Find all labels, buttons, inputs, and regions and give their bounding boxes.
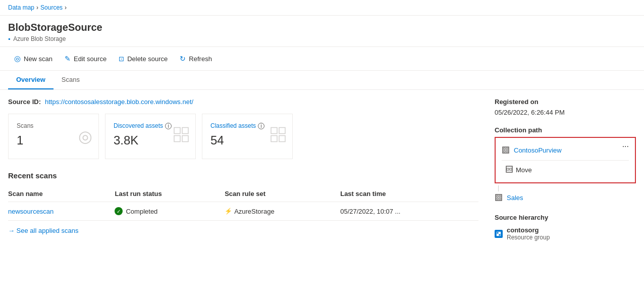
scan-name-link[interactable]: newsourcescan	[8, 208, 53, 215]
collection-item-2: Sales	[495, 191, 636, 204]
page-subtitle: ▪ Azure Blob Storage	[8, 35, 636, 42]
scan-time-cell: 05/27/2022, 10:07 ...	[340, 202, 478, 221]
info-icon-discovered: i	[165, 123, 172, 129]
source-hierarchy-section: Source hierarchy contosorg Resource grou…	[495, 214, 636, 243]
page-header: BlobStorageSource ▪ Azure Blob Storage	[0, 16, 644, 46]
stats-cards: Scans 1 ◎ Discovered assets i 3.8K	[8, 114, 478, 159]
source-id-label: Source ID:	[8, 98, 41, 106]
azure-blob-icon: ▪	[8, 35, 10, 42]
hierarchy-type: Resource group	[507, 234, 550, 241]
registered-title: Registered on	[495, 98, 636, 106]
breadcrumb-data-map[interactable]: Data map	[8, 4, 34, 11]
registered-section: Registered on 05/26/2022, 6:26:44 PM	[495, 98, 636, 116]
scan-name-cell: newsourcescan	[8, 202, 115, 221]
registered-value: 05/26/2022, 6:26:44 PM	[495, 109, 636, 116]
refresh-button[interactable]: ↻ Refresh	[174, 52, 218, 66]
collection-icon-2	[495, 193, 503, 202]
svg-rect-7	[279, 136, 285, 142]
svg-rect-19	[497, 198, 498, 200]
recent-scans-section: Recent scans Scan name Last run status S…	[8, 171, 478, 234]
source-id-row: Source ID: https://contososalesstorage.b…	[8, 98, 478, 106]
breadcrumb-sources[interactable]: Sources	[40, 4, 63, 11]
source-hierarchy-title: Source hierarchy	[495, 214, 636, 221]
edit-icon: ✎	[65, 55, 71, 63]
tabs-container: Overview Scans	[0, 71, 644, 90]
hierarchy-item: contosorg Resource group	[495, 224, 636, 243]
completed-icon: ✓	[115, 207, 123, 215]
scan-stat-icon: ◎	[78, 127, 92, 146]
svg-rect-6	[271, 136, 277, 142]
svg-rect-11	[504, 151, 505, 152]
svg-rect-18	[499, 195, 501, 197]
svg-rect-23	[499, 234, 501, 235]
svg-rect-4	[271, 128, 277, 134]
col-scan-rule: Scan rule set	[225, 186, 340, 202]
more-options-button[interactable]: ···	[619, 141, 632, 152]
stat-card-scans: Scans 1 ◎	[8, 114, 99, 159]
svg-rect-22	[497, 232, 499, 233]
move-button[interactable]: Move	[502, 164, 536, 176]
table-row: newsourcescan ✓ Completed ⚡ AzureStorag	[8, 202, 478, 221]
main-content: Source ID: https://contososalesstorage.b…	[0, 90, 644, 251]
scans-table: Scan name Last run status Scan rule set …	[8, 186, 478, 221]
svg-rect-17	[497, 195, 498, 197]
stat-card-classified: Classified assets i 54	[202, 114, 293, 159]
grid-icon-2	[270, 127, 286, 146]
stat-card-discovered: Discovered assets i 3.8K	[105, 114, 196, 159]
source-id-value[interactable]: https://contososalesstorage.blob.core.wi…	[45, 98, 193, 106]
recent-scans-title: Recent scans	[8, 171, 478, 180]
see-all-link[interactable]: → See all applied scans	[8, 227, 478, 234]
svg-rect-13	[506, 166, 512, 172]
content-left: Source ID: https://contososalesstorage.b…	[8, 98, 478, 243]
collection-item-1: ContosoPurview	[502, 144, 629, 156]
svg-rect-0	[174, 128, 180, 134]
svg-rect-2	[174, 136, 180, 142]
toolbar: ◎ New scan ✎ Edit source ⊡ Delete source…	[0, 46, 644, 71]
collection-box: ··· ContosoPurview	[495, 137, 636, 183]
new-scan-button[interactable]: ◎ New scan	[8, 51, 59, 66]
page-title: BlobStorageSource	[8, 22, 636, 33]
delete-icon: ⊡	[119, 55, 124, 63]
scan-status-cell: ✓ Completed	[115, 202, 225, 221]
delete-source-button[interactable]: ⊡ Delete source	[113, 52, 174, 66]
hierarchy-name: contosorg	[507, 226, 550, 234]
svg-rect-12	[506, 151, 508, 152]
scan-rule-cell: ⚡ AzureStorage	[225, 202, 340, 221]
refresh-icon: ↻	[180, 55, 186, 63]
svg-rect-1	[182, 128, 188, 134]
svg-rect-14	[507, 168, 509, 170]
hierarchy-details: contosorg Resource group	[507, 226, 550, 241]
breadcrumb-sep2: ›	[65, 4, 67, 11]
tab-scans[interactable]: Scans	[53, 71, 88, 89]
lightning-icon: ⚡	[225, 208, 232, 215]
move-icon	[506, 166, 513, 174]
collection-link-1[interactable]: ContosoPurview	[514, 146, 562, 154]
edit-source-button[interactable]: ✎ Edit source	[59, 52, 113, 66]
content-right: Registered on 05/26/2022, 6:26:44 PM Col…	[495, 98, 636, 243]
svg-rect-15	[510, 168, 512, 170]
status-completed: ✓ Completed	[115, 207, 221, 215]
breadcrumb: Data map › Sources ›	[0, 0, 644, 16]
collection-path-title: Collection path	[495, 126, 636, 134]
scan-rule: ⚡ AzureStorage	[225, 208, 336, 215]
svg-rect-10	[506, 148, 508, 150]
info-icon-classified: i	[258, 123, 264, 129]
svg-rect-20	[499, 198, 501, 200]
subtitle-text: Azure Blob Storage	[13, 35, 66, 42]
collection-link-2[interactable]: Sales	[507, 194, 523, 202]
tab-overview[interactable]: Overview	[8, 71, 53, 89]
collection-path-section: Collection path ··· ContosoPurview	[495, 126, 636, 204]
breadcrumb-sep1: ›	[36, 4, 38, 11]
grid-icon	[173, 127, 189, 146]
col-last-scan: Last scan time	[340, 186, 478, 202]
hierarchy-icon	[495, 230, 503, 238]
scan-icon: ◎	[14, 54, 21, 63]
col-scan-name: Scan name	[8, 186, 115, 202]
svg-rect-9	[504, 148, 505, 150]
svg-rect-5	[279, 128, 285, 134]
col-last-run: Last run status	[115, 186, 225, 202]
svg-rect-3	[182, 136, 188, 142]
collection-icon-1	[502, 146, 510, 154]
